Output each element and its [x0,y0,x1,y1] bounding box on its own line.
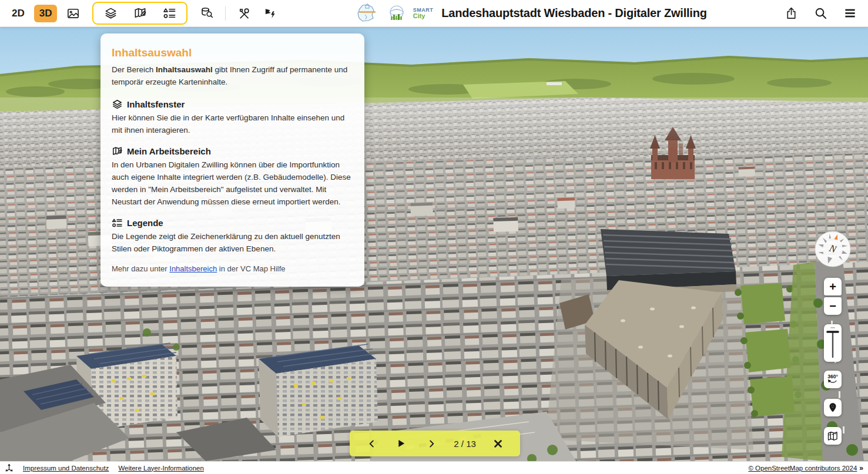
legend-icon [112,217,123,228]
foot-prefix: Mehr dazu unter [112,264,169,273]
toolbar-left: 2D 3D [8,2,280,25]
content-tools-group [92,2,187,25]
close-icon [494,439,502,448]
wiesbaden-logo [354,3,383,24]
logos: SMART City [354,3,434,24]
tools-icon [237,6,251,20]
section-body: In den Urbanen Digitalen Zwilling können… [112,159,353,208]
legend-icon [163,6,176,20]
legend-button[interactable] [159,4,179,23]
page-indicator: 2 / 13 [454,439,476,449]
chevron-right-icon [428,439,435,448]
play-icon [398,439,405,448]
screenshot-button[interactable] [63,4,83,23]
share-button[interactable] [781,4,801,23]
footer-links: Impressum und Datenschutz Weitere Layer-… [5,463,204,473]
chevron-left-icon [368,439,375,448]
pager-next-button[interactable] [424,436,439,451]
pointer-flash-icon [263,6,277,20]
section-workspace-head: Mein Arbeitsbereich [112,146,353,157]
osm-link[interactable]: © OpenStreetMap contributors 2024 [748,465,857,472]
data-search-button[interactable] [197,4,217,23]
rotate-arrow-icon [827,379,838,385]
header-center: SMART City Landeshauptstadt Wiesbaden - … [280,3,781,24]
menu-button[interactable] [840,4,860,23]
intro-prefix: Der Bereich [112,65,156,74]
search-button[interactable] [810,4,830,23]
layers-icon [112,99,123,110]
flight-tool-button[interactable] [260,4,280,23]
map-viewport[interactable]: N + − 360° [0,27,868,461]
toolbar-divider [225,6,226,21]
intro-bold: Inhaltsauswahl [156,65,213,74]
rotate-360-label: 360° [827,374,838,379]
section-legend-head: Legende [112,217,353,228]
workspace-map-icon [133,6,147,20]
content-window-button[interactable] [100,4,120,23]
layers-icon [104,6,118,20]
folded-map-icon [827,430,839,442]
section-title: Inhaltsfenster [127,99,185,109]
osm-attribution: © OpenStreetMap contributors 2024 » [748,464,863,472]
zoom-out-button[interactable]: − [824,297,842,315]
view-2d-button[interactable]: 2D [8,5,28,22]
layer-info-link[interactable]: Weitere Layer-Informationen [118,465,204,472]
pager-close-button[interactable] [491,436,506,451]
compass[interactable] [815,231,851,267]
help-intro: Der Bereich Inhaltsauswahl gibt Ihnen Zu… [112,63,353,88]
my-workspace-button[interactable] [130,4,150,23]
zoom-in-button[interactable]: + [824,278,842,295]
overview-map-button[interactable] [824,427,842,445]
section-body: Die Legende zeigt die Zeichenerklärung z… [112,230,353,255]
pager-play-button[interactable] [394,436,409,451]
toolbar-right [781,4,860,23]
smart-city-wordmark: SMART City [413,8,434,19]
section-content-window-head: Inhaltsfenster [112,99,353,110]
locate-me-button[interactable] [824,399,842,416]
search-icon [814,6,827,20]
section-body: Hier können Sie die in der Karte verfügb… [112,112,353,136]
view-3d-button[interactable]: 3D [34,5,58,22]
app-root: 2D 3D [0,0,868,474]
header: 2D 3D [0,0,868,27]
help-panel-title: Inhaltsauswahl [112,46,353,59]
axes-icon [5,463,14,473]
footer-bar: Impressum und Datenschutz Weitere Layer-… [0,461,868,474]
image-icon [66,6,80,20]
tutorial-pager: 2 / 13 [350,431,520,456]
rotate-360-button[interactable]: 360° [824,371,842,388]
workspace-map-icon [112,146,123,157]
database-search-icon [200,6,214,20]
page-title: Landeshauptstadt Wiesbaden - Digitaler Z… [441,6,707,20]
smart-city-logo [386,4,410,23]
section-title: Mein Arbeitsbereich [127,146,211,156]
help-footer: Mehr dazu unter Inhaltsbereich in der VC… [112,264,353,273]
tilt-slider[interactable] [824,324,842,362]
help-panel: Inhaltsauswahl Der Bereich Inhaltsauswah… [100,33,364,287]
inhaltsbereich-link[interactable]: Inhaltsbereich [169,264,217,273]
foot-suffix: in der VC Map Hilfe [217,264,285,273]
section-title: Legende [127,218,163,228]
slider-icon [824,324,842,362]
tools-button[interactable] [234,4,254,23]
pager-prev-button[interactable] [364,436,379,451]
attribution-expand-chevrons[interactable]: » [859,464,863,472]
impressum-link[interactable]: Impressum und Datenschutz [23,465,109,472]
share-icon [785,6,798,20]
city-label: City [413,13,434,19]
hamburger-menu-icon [843,6,857,20]
location-pin-icon [827,402,839,414]
